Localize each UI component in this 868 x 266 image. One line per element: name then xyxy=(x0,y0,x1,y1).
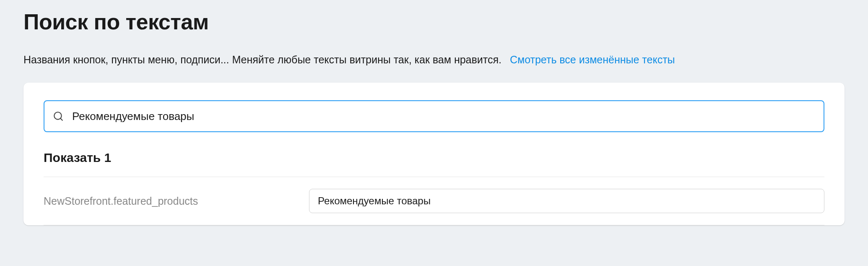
page-title: Поиск по текстам xyxy=(23,9,845,34)
search-input[interactable] xyxy=(44,100,824,132)
result-value-wrap xyxy=(309,189,824,213)
description-row: Названия кнопок, пункты меню, подписи...… xyxy=(23,54,845,66)
description-text: Названия кнопок, пункты меню, подписи...… xyxy=(23,54,502,66)
view-all-changed-texts-link[interactable]: Смотреть все изменённые тексты xyxy=(510,54,675,66)
search-card: Показать 1 NewStorefront.featured_produc… xyxy=(23,83,845,225)
result-row: NewStorefront.featured_products xyxy=(44,177,824,225)
search-input-wrap xyxy=(44,100,824,132)
result-key: NewStorefront.featured_products xyxy=(44,195,309,207)
result-value-input[interactable] xyxy=(309,189,824,213)
results-header: Показать 1 xyxy=(44,151,824,177)
